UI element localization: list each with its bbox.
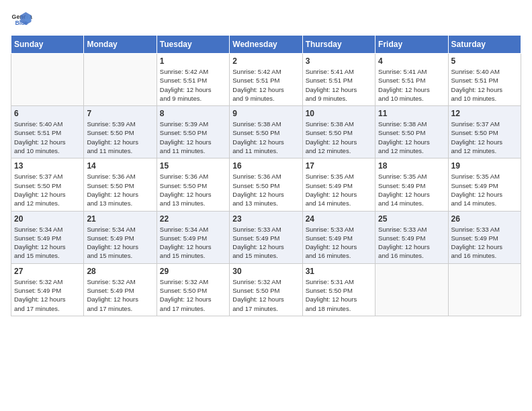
calendar-cell: 20Sunrise: 5:34 AMSunset: 5:49 PMDayligh… <box>11 211 84 263</box>
day-info: Sunrise: 5:32 AMSunset: 5:50 PMDaylight:… <box>160 277 226 313</box>
calendar-cell: 13Sunrise: 5:37 AMSunset: 5:50 PMDayligh… <box>11 158 84 211</box>
day-info: Sunrise: 5:37 AMSunset: 5:50 PMDaylight:… <box>451 120 518 155</box>
day-info: Sunrise: 5:36 AMSunset: 5:50 PMDaylight:… <box>160 172 226 208</box>
day-header-tuesday: Tuesday <box>157 36 229 54</box>
day-info: Sunrise: 5:41 AMSunset: 5:51 PMDaylight:… <box>306 67 372 103</box>
calendar-cell: 10Sunrise: 5:38 AMSunset: 5:50 PMDayligh… <box>302 106 375 158</box>
day-number: 6 <box>14 109 81 118</box>
calendar-cell <box>448 263 521 316</box>
calendar-cell: 24Sunrise: 5:33 AMSunset: 5:49 PMDayligh… <box>302 211 375 263</box>
day-number: 27 <box>14 267 81 276</box>
day-header-thursday: Thursday <box>302 36 375 54</box>
calendar-cell: 18Sunrise: 5:35 AMSunset: 5:49 PMDayligh… <box>375 158 448 211</box>
calendar-cell: 12Sunrise: 5:37 AMSunset: 5:50 PMDayligh… <box>448 106 521 158</box>
day-info: Sunrise: 5:38 AMSunset: 5:50 PMDaylight:… <box>232 120 299 155</box>
calendar-cell <box>375 263 448 316</box>
day-number: 14 <box>87 161 153 171</box>
logo: General Blue <box>11 11 35 30</box>
calendar-cell <box>11 54 84 106</box>
calendar-cell: 3Sunrise: 5:41 AMSunset: 5:51 PMDaylight… <box>302 54 375 106</box>
calendar-cell: 4Sunrise: 5:41 AMSunset: 5:51 PMDaylight… <box>375 54 448 106</box>
day-number: 26 <box>451 214 518 224</box>
day-info: Sunrise: 5:32 AMSunset: 5:50 PMDaylight:… <box>232 277 299 313</box>
day-info: Sunrise: 5:34 AMSunset: 5:49 PMDaylight:… <box>14 225 81 261</box>
day-number: 29 <box>160 267 226 276</box>
calendar-week-row: 20Sunrise: 5:34 AMSunset: 5:49 PMDayligh… <box>11 211 521 263</box>
calendar-table: SundayMondayTuesdayWednesdayThursdayFrid… <box>11 35 521 316</box>
day-number: 15 <box>160 161 226 171</box>
calendar-cell: 11Sunrise: 5:38 AMSunset: 5:50 PMDayligh… <box>375 106 448 158</box>
day-info: Sunrise: 5:35 AMSunset: 5:49 PMDaylight:… <box>451 172 518 208</box>
day-info: Sunrise: 5:38 AMSunset: 5:50 PMDaylight:… <box>306 120 372 155</box>
calendar-cell: 2Sunrise: 5:42 AMSunset: 5:51 PMDaylight… <box>230 54 302 106</box>
day-number: 18 <box>378 161 445 171</box>
calendar-week-row: 27Sunrise: 5:32 AMSunset: 5:49 PMDayligh… <box>11 263 521 316</box>
calendar-week-row: 6Sunrise: 5:40 AMSunset: 5:51 PMDaylight… <box>11 106 521 158</box>
day-number: 23 <box>232 214 299 224</box>
day-number: 30 <box>232 267 299 276</box>
day-info: Sunrise: 5:32 AMSunset: 5:49 PMDaylight:… <box>87 277 153 313</box>
day-info: Sunrise: 5:33 AMSunset: 5:49 PMDaylight:… <box>378 225 445 261</box>
calendar-cell: 17Sunrise: 5:35 AMSunset: 5:49 PMDayligh… <box>302 158 375 211</box>
logo-icon: General Blue <box>11 11 32 30</box>
day-info: Sunrise: 5:36 AMSunset: 5:50 PMDaylight:… <box>87 172 153 208</box>
day-number: 25 <box>378 214 445 224</box>
calendar-cell: 22Sunrise: 5:34 AMSunset: 5:49 PMDayligh… <box>157 211 229 263</box>
day-number: 1 <box>160 56 226 66</box>
day-info: Sunrise: 5:40 AMSunset: 5:51 PMDaylight:… <box>451 67 518 103</box>
calendar-cell: 21Sunrise: 5:34 AMSunset: 5:49 PMDayligh… <box>84 211 157 263</box>
day-info: Sunrise: 5:38 AMSunset: 5:50 PMDaylight:… <box>378 120 445 155</box>
day-number: 4 <box>378 56 445 66</box>
day-number: 2 <box>232 56 299 66</box>
calendar-cell: 9Sunrise: 5:38 AMSunset: 5:50 PMDaylight… <box>230 106 302 158</box>
day-number: 11 <box>378 109 445 118</box>
calendar-week-row: 13Sunrise: 5:37 AMSunset: 5:50 PMDayligh… <box>11 158 521 211</box>
day-info: Sunrise: 5:33 AMSunset: 5:49 PMDaylight:… <box>306 225 372 261</box>
calendar-cell: 16Sunrise: 5:36 AMSunset: 5:50 PMDayligh… <box>230 158 302 211</box>
page-header: General Blue <box>11 11 521 30</box>
day-number: 10 <box>306 109 372 118</box>
calendar-cell: 19Sunrise: 5:35 AMSunset: 5:49 PMDayligh… <box>448 158 521 211</box>
calendar-cell: 1Sunrise: 5:42 AMSunset: 5:51 PMDaylight… <box>157 54 229 106</box>
day-info: Sunrise: 5:33 AMSunset: 5:49 PMDaylight:… <box>232 225 299 261</box>
day-number: 28 <box>87 267 153 276</box>
calendar-header-row: SundayMondayTuesdayWednesdayThursdayFrid… <box>11 36 521 54</box>
day-number: 5 <box>451 56 518 66</box>
day-info: Sunrise: 5:35 AMSunset: 5:49 PMDaylight:… <box>306 172 372 208</box>
day-info: Sunrise: 5:37 AMSunset: 5:50 PMDaylight:… <box>14 172 81 208</box>
calendar-cell: 25Sunrise: 5:33 AMSunset: 5:49 PMDayligh… <box>375 211 448 263</box>
calendar-cell: 31Sunrise: 5:31 AMSunset: 5:50 PMDayligh… <box>302 263 375 316</box>
day-info: Sunrise: 5:39 AMSunset: 5:50 PMDaylight:… <box>160 120 226 155</box>
calendar-cell: 14Sunrise: 5:36 AMSunset: 5:50 PMDayligh… <box>84 158 157 211</box>
day-header-wednesday: Wednesday <box>230 36 302 54</box>
calendar-week-row: 1Sunrise: 5:42 AMSunset: 5:51 PMDaylight… <box>11 54 521 106</box>
day-number: 20 <box>14 214 81 224</box>
day-number: 22 <box>160 214 226 224</box>
day-info: Sunrise: 5:35 AMSunset: 5:49 PMDaylight:… <box>378 172 445 208</box>
day-number: 9 <box>232 109 299 118</box>
day-number: 19 <box>451 161 518 171</box>
calendar-cell: 29Sunrise: 5:32 AMSunset: 5:50 PMDayligh… <box>157 263 229 316</box>
day-info: Sunrise: 5:31 AMSunset: 5:50 PMDaylight:… <box>306 277 372 313</box>
day-header-saturday: Saturday <box>448 36 521 54</box>
calendar-cell: 6Sunrise: 5:40 AMSunset: 5:51 PMDaylight… <box>11 106 84 158</box>
day-number: 3 <box>306 56 372 66</box>
calendar-cell: 27Sunrise: 5:32 AMSunset: 5:49 PMDayligh… <box>11 263 84 316</box>
calendar-cell: 30Sunrise: 5:32 AMSunset: 5:50 PMDayligh… <box>230 263 302 316</box>
day-info: Sunrise: 5:32 AMSunset: 5:49 PMDaylight:… <box>14 277 81 313</box>
day-header-monday: Monday <box>84 36 157 54</box>
day-info: Sunrise: 5:34 AMSunset: 5:49 PMDaylight:… <box>160 225 226 261</box>
day-info: Sunrise: 5:42 AMSunset: 5:51 PMDaylight:… <box>160 67 226 103</box>
day-number: 31 <box>306 267 372 276</box>
day-info: Sunrise: 5:34 AMSunset: 5:49 PMDaylight:… <box>87 225 153 261</box>
day-number: 8 <box>160 109 226 118</box>
calendar-cell: 5Sunrise: 5:40 AMSunset: 5:51 PMDaylight… <box>448 54 521 106</box>
day-number: 12 <box>451 109 518 118</box>
calendar-cell: 26Sunrise: 5:33 AMSunset: 5:49 PMDayligh… <box>448 211 521 263</box>
day-info: Sunrise: 5:40 AMSunset: 5:51 PMDaylight:… <box>14 120 81 155</box>
day-number: 17 <box>306 161 372 171</box>
day-info: Sunrise: 5:41 AMSunset: 5:51 PMDaylight:… <box>378 67 445 103</box>
calendar-cell: 15Sunrise: 5:36 AMSunset: 5:50 PMDayligh… <box>157 158 229 211</box>
day-number: 21 <box>87 214 153 224</box>
day-number: 16 <box>232 161 299 171</box>
